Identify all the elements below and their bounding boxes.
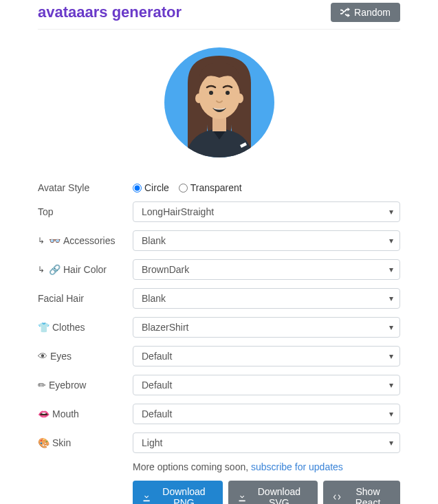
row-clothes: 👕ClothesBlazerShirt [38,317,400,338]
row-hair_color: ↳🔗Hair ColorBrownDark [38,259,400,280]
label-text-clothes: Clothes [52,322,85,333]
radio-circle-input[interactable] [133,184,142,193]
eyebrow-icon: ✏ [38,380,46,391]
avatar-image [164,42,274,166]
button-row: Download PNG Download SVG Show React [133,481,400,504]
avatar-preview [38,42,400,166]
select-accessories[interactable]: Blank [133,230,400,251]
radio-transparent[interactable]: Transparent [179,182,242,193]
select-eyebrow[interactable]: Default [133,375,400,395]
label-eyes: 👁Eyes [38,351,133,362]
download-png-label: Download PNG [155,486,212,504]
accessories-icon: 👓 [49,235,61,246]
more-options-prefix: More options coming soon, [133,461,251,472]
label-text-eyebrow: Eyebrow [49,380,86,391]
row-top: TopLongHairStraight [38,201,400,222]
label-facial_hair: Facial Hair [38,293,133,304]
label-eyebrow: ✏Eyebrow [38,380,133,391]
random-button-label: Random [354,7,391,18]
select-mouth[interactable]: Default [133,404,400,424]
label-text-mouth: Mouth [52,408,79,419]
radio-circle[interactable]: Circle [133,182,169,193]
row-skin: 🎨SkinLight [38,432,400,453]
radio-transparent-input[interactable] [179,184,188,193]
download-svg-label: Download SVG [250,486,308,504]
clothes-icon: 👕 [38,322,50,333]
label-text-facial_hair: Facial Hair [38,293,84,304]
label-skin: 🎨Skin [38,437,133,448]
random-button[interactable]: Random [331,3,400,22]
label-avatar-style: Avatar Style [38,182,133,193]
show-react-button[interactable]: Show React [323,481,400,504]
subscribe-link[interactable]: subscribe for updates [251,461,343,472]
label-top: Top [38,206,133,217]
label-mouth: 👄Mouth [38,408,133,419]
select-top[interactable]: LongHairStraight [133,201,400,222]
label-clothes: 👕Clothes [38,322,133,333]
indent-icon: ↳ [38,236,45,245]
shuffle-icon [340,8,350,17]
select-skin[interactable]: Light [133,432,400,453]
row-accessories: ↳👓AccessoriesBlank [38,230,400,251]
row-avatar-style: Avatar Style Circle Transparent [38,182,400,193]
select-hair_color[interactable]: BrownDark [133,259,400,280]
select-clothes[interactable]: BlazerShirt [133,317,400,338]
svg-point-7 [226,91,230,95]
svg-point-6 [209,91,213,95]
select-eyes[interactable]: Default [133,346,400,366]
row-eyebrow: ✏EyebrowDefault [38,375,400,395]
label-text-top: Top [38,206,54,217]
label-text-skin: Skin [52,437,71,448]
radio-circle-label: Circle [144,182,169,193]
code-icon [333,492,341,502]
row-eyes: 👁EyesDefault [38,346,400,366]
download-png-button[interactable]: Download PNG [133,481,223,504]
eyes-icon: 👁 [38,351,47,362]
download-svg-button[interactable]: Download SVG [228,481,318,504]
select-facial_hair[interactable]: Blank [133,288,400,309]
skin-icon: 🎨 [38,437,50,448]
label-text-eyes: Eyes [50,351,72,362]
svg-point-5 [237,94,243,103]
download-icon [142,492,151,502]
mouth-icon: 👄 [38,408,50,419]
show-react-label: Show React [345,486,391,504]
row-facial_hair: Facial HairBlank [38,288,400,309]
row-mouth: 👄MouthDefault [38,404,400,424]
label-accessories: ↳👓Accessories [38,235,133,246]
page-title: avataaars generator [38,3,182,21]
hair_color-icon: 🔗 [49,264,61,275]
label-text-accessories: Accessories [63,235,115,246]
label-text-hair_color: Hair Color [63,264,107,275]
download-icon [238,492,246,502]
label-hair_color: ↳🔗Hair Color [38,264,133,275]
header: avataaars generator Random [38,0,400,30]
radio-transparent-label: Transparent [190,182,242,193]
indent-icon: ↳ [38,265,45,274]
more-options-text: More options coming soon, subscribe for … [133,461,400,472]
svg-point-4 [195,94,202,103]
